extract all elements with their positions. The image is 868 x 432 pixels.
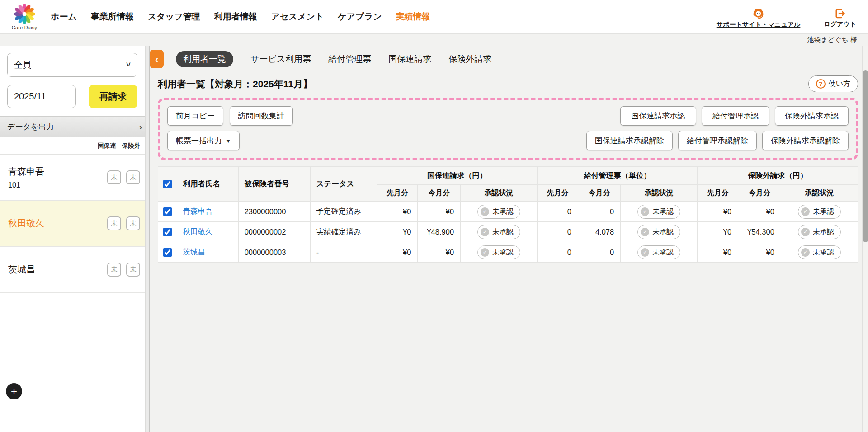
top-bar: Care Daisy ホーム 事業所情報 スタッフ管理 利用者情報 アセスメント… <box>0 0 868 34</box>
row-checkbox[interactable] <box>163 207 172 216</box>
unsubmitted-badge-hokengai: 未 <box>126 263 140 277</box>
unsubmitted-badge-kokuhoren: 未 <box>107 170 121 184</box>
nav-staff-management[interactable]: スタッフ管理 <box>148 11 200 23</box>
logout-label: ログアウト <box>824 20 856 28</box>
benefit-unapprove-button[interactable]: 給付管理承認解除 <box>678 131 757 150</box>
sub-header-this-month: 今月分 <box>738 185 781 202</box>
page-title: 利用者一覧【対象月：2025年11月】 <box>158 78 312 90</box>
tab-kokuhoren-billing[interactable]: 国保連請求 <box>388 53 431 65</box>
cell-benefit-prev: 0 <box>538 222 578 242</box>
check-circle-icon: ✓ <box>641 248 649 257</box>
nav-office-info[interactable]: 事業所情報 <box>91 11 134 23</box>
badge-label-hokengai: 保険外 <box>122 142 141 150</box>
tab-bar: 利用者一覧 サービス利用票 給付管理票 国保連請求 保険外請求 <box>158 46 858 72</box>
row-checkbox[interactable] <box>163 248 172 257</box>
badge-label-kokuhoren: 国保連 <box>98 142 116 150</box>
row-checkbox[interactable] <box>163 228 172 236</box>
tab-hokengai-billing[interactable]: 保険外請求 <box>448 53 491 65</box>
sidebar-user-akita[interactable]: 秋田敬久 未 未 <box>0 201 149 247</box>
add-user-button[interactable]: + <box>6 383 22 399</box>
cell-kokuhoren-prev: ¥0 <box>377 202 418 222</box>
cell-kokuhoren-current: ¥48,900 <box>418 222 461 242</box>
target-month-input[interactable] <box>7 85 76 108</box>
logout-link[interactable]: ログアウト <box>824 8 856 28</box>
app-logo[interactable]: Care Daisy <box>8 4 41 30</box>
nav-performance-info[interactable]: 実績情報 <box>396 11 430 23</box>
approval-status-badge: ✓未承認 <box>477 245 520 259</box>
check-circle-icon: ✓ <box>801 248 810 257</box>
login-user-name: 池袋まどぐち 様 <box>807 36 857 44</box>
nav-home[interactable]: ホーム <box>51 11 77 23</box>
page-scrollbar[interactable] <box>862 46 868 432</box>
user-name: 秋田敬久 <box>8 217 44 230</box>
action-button-zone: 前月コピー 訪問回数集計 帳票一括出力 ▼ 国保連請求承認 給付管理承認 保険外… <box>158 98 858 160</box>
group-header-benefit: 給付管理票（単位） <box>538 167 698 185</box>
support-site-link[interactable]: サポートサイト・マニュアル <box>717 8 801 29</box>
approval-status-badge: ✓未承認 <box>798 205 841 219</box>
select-all-checkbox[interactable] <box>163 180 172 188</box>
table-row: 青森申吾 2300000000 予定確定済み ¥0 ¥0 ✓未承認 0 0 ✓未… <box>158 202 858 222</box>
nav-assessment[interactable]: アセスメント <box>271 11 324 23</box>
cell-status: - <box>310 242 377 263</box>
cell-hokengai-prev: ¥0 <box>698 202 738 222</box>
plus-icon: + <box>11 386 17 397</box>
unsubmitted-badge-kokuhoren: 未 <box>107 263 121 277</box>
export-data-row[interactable]: データを出力 › <box>0 116 149 137</box>
question-mark-icon: ? <box>816 79 826 89</box>
nav-care-plan[interactable]: ケアプラン <box>338 11 382 23</box>
page-scrollbar-thumb[interactable] <box>863 70 868 242</box>
how-to-use-label: 使い方 <box>829 79 850 89</box>
user-filter-select[interactable]: 全員 ˅ <box>7 53 137 77</box>
sub-header-prev-month: 先月分 <box>377 185 418 202</box>
logout-icon <box>834 8 846 19</box>
cell-hokengai-current: ¥0 <box>738 202 781 222</box>
sub-header-approval: 承認状況 <box>781 185 858 202</box>
cell-kokuhoren-current: ¥0 <box>418 242 461 263</box>
cell-status: 予定確定済み <box>310 202 377 222</box>
approval-status-badge: ✓未承認 <box>477 225 520 239</box>
approval-status-badge: ✓未承認 <box>477 205 520 219</box>
tab-service-use-slip[interactable]: サービス利用票 <box>250 53 311 65</box>
col-header-status: ステータス <box>310 167 377 202</box>
user-sidebar: 全員 ˅ 再請求 データを出力 › 国保連 保険外 青森申吾 101 未 未 <box>0 46 150 432</box>
tab-benefit-management-slip[interactable]: 給付管理票 <box>328 53 371 65</box>
sub-header-this-month: 今月分 <box>418 185 461 202</box>
sub-header-approval: 承認状況 <box>621 185 698 202</box>
group-header-hokengai: 保険外請求（円） <box>698 167 858 185</box>
sidebar-collapse-button[interactable]: ‹ <box>150 50 164 68</box>
login-user-strip: 池袋まどぐち 様 <box>0 34 868 46</box>
cell-insured-number: 0000000003 <box>238 242 310 263</box>
headset-support-icon <box>752 8 764 20</box>
user-code: 101 <box>8 181 44 189</box>
cell-benefit-current: 0 <box>578 202 620 222</box>
main-content: ‹ 利用者一覧 サービス利用票 給付管理票 国保連請求 保険外請求 利用者一覧【… <box>150 46 868 432</box>
benefit-approve-button[interactable]: 給付管理承認 <box>702 106 769 126</box>
approval-status-badge: ✓未承認 <box>798 245 841 259</box>
hokengai-unapprove-button[interactable]: 保険外請求承認解除 <box>762 131 849 150</box>
cell-status: 実績確定済み <box>310 222 377 242</box>
batch-report-output-button[interactable]: 帳票一括出力 ▼ <box>167 131 240 150</box>
approval-status-badge: ✓未承認 <box>637 205 680 219</box>
tab-user-list[interactable]: 利用者一覧 <box>176 51 233 67</box>
kokuhoren-approve-button[interactable]: 国保連請求承認 <box>620 106 696 126</box>
prev-month-copy-button[interactable]: 前月コピー <box>167 106 223 126</box>
sidebar-user-ibaraki[interactable]: 茨城昌 未 未 <box>0 247 149 293</box>
unsubmitted-badge-kokuhoren: 未 <box>107 216 121 230</box>
user-name-link[interactable]: 秋田敬久 <box>183 227 213 235</box>
how-to-use-button[interactable]: ? 使い方 <box>808 75 858 92</box>
visit-count-button[interactable]: 訪問回数集計 <box>230 106 293 126</box>
daisy-logo-icon <box>14 4 35 24</box>
kokuhoren-unapprove-button[interactable]: 国保連請求承認解除 <box>586 131 673 150</box>
user-name-link[interactable]: 青森申吾 <box>183 207 213 215</box>
export-data-label: データを出力 <box>7 122 54 132</box>
sidebar-user-aomori[interactable]: 青森申吾 101 未 未 <box>0 155 149 201</box>
sidebar-scrollbar[interactable] <box>145 46 149 432</box>
nav-user-info[interactable]: 利用者情報 <box>214 11 257 23</box>
rebill-button[interactable]: 再請求 <box>89 85 137 108</box>
table-row: 茨城昌 0000000003 - ¥0 ¥0 ✓未承認 0 0 ✓未承認 ¥0 … <box>158 242 858 263</box>
approval-status-badge: ✓未承認 <box>637 225 680 239</box>
user-name-link[interactable]: 茨城昌 <box>183 248 206 256</box>
check-circle-icon: ✓ <box>481 248 489 257</box>
hokengai-approve-button[interactable]: 保険外請求承認 <box>775 106 849 126</box>
cell-hokengai-prev: ¥0 <box>698 242 738 263</box>
